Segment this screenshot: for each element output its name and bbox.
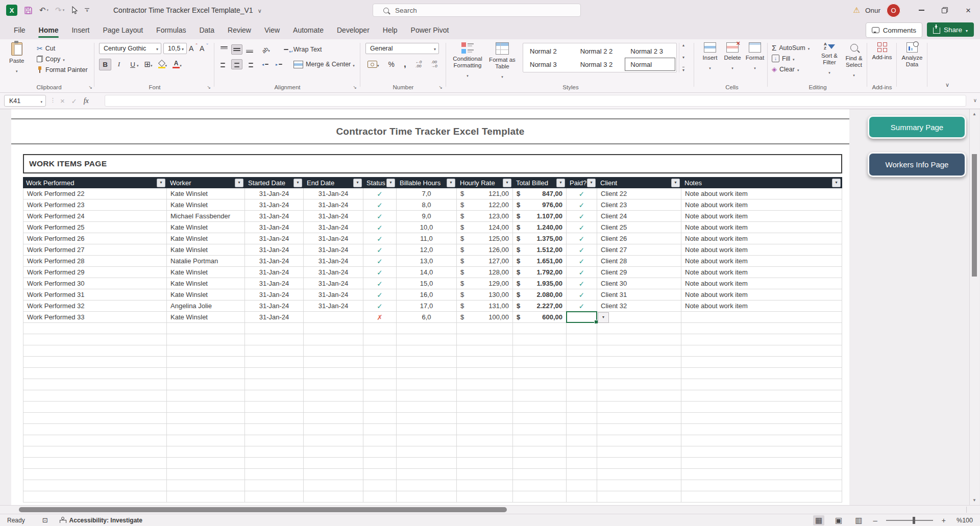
cell-end[interactable]: 31-Jan-24 (304, 211, 363, 222)
cell-end[interactable] (304, 446, 363, 458)
align-left-button[interactable] (218, 59, 230, 69)
cell-rate[interactable] (457, 379, 513, 390)
cell-started[interactable] (245, 424, 304, 435)
cell-started[interactable] (245, 323, 304, 334)
cell-end[interactable] (304, 469, 363, 480)
filter-button-notes[interactable]: ▾ (832, 179, 841, 187)
cell-started[interactable]: 31-Jan-24 (245, 199, 304, 211)
cell-client[interactable] (597, 446, 681, 458)
cell-client[interactable] (597, 480, 681, 491)
cell-hours[interactable] (397, 345, 457, 357)
cell-status[interactable] (363, 458, 397, 469)
cell-hours[interactable] (397, 446, 457, 458)
tab-developer[interactable]: Developer (330, 20, 376, 39)
cell-notes[interactable]: Note about work item (681, 222, 842, 233)
cell-end[interactable] (304, 390, 363, 402)
cell-paid[interactable]: ✓ (567, 233, 597, 244)
cell-status[interactable]: ✓ (363, 267, 397, 278)
cell-worker[interactable] (167, 458, 245, 469)
cell-notes[interactable]: Note about work item (681, 211, 842, 222)
cell-worker[interactable]: Kate Winslet (167, 188, 245, 199)
cell-client[interactable] (597, 345, 681, 357)
cell-total[interactable] (513, 402, 567, 413)
cell-total[interactable] (513, 469, 567, 480)
borders-button[interactable] (142, 58, 155, 71)
cell-work[interactable] (23, 390, 167, 402)
tab-insert[interactable]: Insert (65, 20, 96, 39)
macro-record-icon[interactable] (42, 516, 48, 524)
cell-client[interactable] (597, 312, 681, 323)
cell-hours[interactable] (397, 323, 457, 334)
autosum-button[interactable]: AutoSum (772, 42, 810, 53)
cell-total[interactable] (513, 379, 567, 390)
selected-cell[interactable]: ▾ (567, 312, 597, 323)
cell-rate[interactable]: $126,00 (457, 244, 513, 256)
horizontal-scrollbar[interactable] (0, 505, 980, 514)
cell-total[interactable]: $1.935,00 (513, 278, 567, 289)
cell-started[interactable]: 31-Jan-24 (245, 244, 304, 256)
cell-client[interactable]: Client 22 (597, 188, 681, 199)
cell-end[interactable] (304, 323, 363, 334)
cell-status[interactable] (363, 402, 397, 413)
cell-hours[interactable] (397, 402, 457, 413)
cell-notes[interactable] (681, 345, 842, 357)
cell-client[interactable] (597, 368, 681, 379)
cell-work[interactable]: Work Performed 23 (23, 199, 167, 211)
bold-button[interactable]: B (99, 59, 111, 70)
zoom-slider-thumb[interactable] (913, 517, 915, 524)
cell-started[interactable]: 31-Jan-24 (245, 278, 304, 289)
cell-notes[interactable]: Note about work item (681, 267, 842, 278)
cell-client[interactable]: Client 30 (597, 278, 681, 289)
gallery-down-button[interactable]: ▾ (682, 55, 684, 60)
cell-total[interactable]: $847,00 (513, 188, 567, 199)
cell-started[interactable] (245, 469, 304, 480)
cell-started[interactable] (245, 491, 304, 503)
cell-status[interactable]: ✓ (363, 188, 397, 199)
cell-status[interactable] (363, 390, 397, 402)
cell-end[interactable] (304, 402, 363, 413)
cell-work[interactable] (23, 345, 167, 357)
fill-button[interactable]: ↓Fill (772, 53, 810, 64)
cell-hours[interactable] (397, 491, 457, 503)
horizontal-scrollbar-thumb[interactable] (19, 507, 507, 512)
cell-rate[interactable] (457, 357, 513, 368)
cell-work[interactable] (23, 402, 167, 413)
cell-status[interactable]: ✓ (363, 233, 397, 244)
number-format-select[interactable]: General (365, 43, 439, 54)
cell-paid[interactable]: ✓ (567, 244, 597, 256)
cell-total[interactable]: $1.375,00 (513, 233, 567, 244)
cell-worker[interactable] (167, 323, 245, 334)
cell-client[interactable]: Client 27 (597, 244, 681, 256)
cell-total[interactable] (513, 480, 567, 491)
cell-paid[interactable] (567, 458, 597, 469)
cell-notes[interactable] (681, 480, 842, 491)
cell-status[interactable]: ✓ (363, 289, 397, 300)
cell-client[interactable] (597, 402, 681, 413)
cell-total[interactable]: $2.227,00 (513, 300, 567, 312)
cell-total[interactable]: $1.792,00 (513, 267, 567, 278)
cell-started[interactable]: 31-Jan-24 (245, 256, 304, 267)
cell-work[interactable]: Work Performed 27 (23, 244, 167, 256)
cell-total[interactable] (513, 345, 567, 357)
cell-rate[interactable] (457, 345, 513, 357)
cell-total[interactable]: $976,00 (513, 199, 567, 211)
cell-rate[interactable] (457, 491, 513, 503)
cell-total[interactable] (513, 413, 567, 424)
addins-button[interactable]: Add-ins (870, 42, 894, 61)
tab-home[interactable]: Home (32, 20, 65, 39)
cell-client[interactable]: Client 23 (597, 199, 681, 211)
cell-rate[interactable] (457, 334, 513, 345)
cell-notes[interactable]: Note about work item (681, 188, 842, 199)
cell-paid[interactable] (567, 413, 597, 424)
tab-automate[interactable]: Automate (286, 20, 330, 39)
cell-notes[interactable]: Note about work item (681, 256, 842, 267)
font-size-select[interactable]: 10,5 (163, 43, 187, 54)
cell-paid[interactable] (567, 345, 597, 357)
cell-client[interactable]: Client 26 (597, 233, 681, 244)
cell-worker[interactable]: Kate Winslet (167, 278, 245, 289)
cell-notes[interactable] (681, 368, 842, 379)
cell-client[interactable] (597, 390, 681, 402)
cell-notes[interactable] (681, 491, 842, 503)
excel-logo-icon[interactable]: X (6, 5, 17, 16)
cell-end[interactable]: 31-Jan-24 (304, 278, 363, 289)
